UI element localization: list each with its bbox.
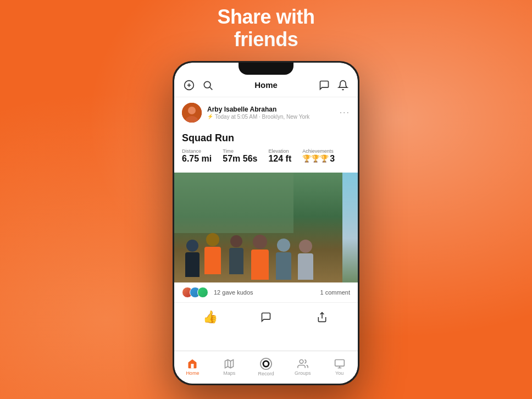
page-wrapper: Share with friends: [0, 0, 532, 399]
notification-button[interactable]: [337, 79, 349, 91]
header-left: [183, 79, 214, 91]
phone-mockup: Home: [173, 61, 359, 385]
body-1: [185, 252, 199, 277]
nav-maps-label: Maps: [223, 370, 235, 376]
user-meta: ⚡ Today at 5:05 AM · Brooklyn, New York: [207, 114, 309, 120]
right-peek: [342, 173, 358, 282]
nav-you-label: You: [335, 370, 343, 376]
comment-button[interactable]: [254, 307, 278, 327]
stat-time: Time 57m 56s: [223, 148, 257, 164]
trophy-icons: 🏆🏆🏆: [302, 154, 329, 163]
head-4: [253, 235, 267, 249]
head-2: [206, 233, 219, 246]
phone-notch: [239, 63, 293, 75]
head-5: [277, 239, 290, 252]
achievements-label: Achievements: [302, 148, 335, 154]
body-4: [251, 250, 269, 280]
chat-button[interactable]: [318, 79, 330, 91]
elevation-value: 124 ft: [268, 154, 291, 164]
activity-content: Squad Run Distance 6.75 mi Time 57m 56s …: [174, 127, 358, 173]
add-button[interactable]: [183, 79, 195, 91]
thumbs-up-icon: 👍: [203, 310, 218, 324]
phone-screen: Home: [174, 63, 358, 384]
headline-line1: Share with: [217, 5, 314, 28]
bottom-nav: Home Maps Record: [174, 351, 358, 384]
time-value: 57m 56s: [223, 154, 257, 164]
stat-distance: Distance 6.75 mi: [182, 148, 212, 164]
svg-line-4: [210, 87, 213, 90]
strava-icon: ⚡: [207, 114, 213, 119]
nav-record[interactable]: Record: [255, 358, 277, 376]
social-row: 12 gave kudos 1 comment: [174, 282, 358, 302]
activity-photo: [174, 173, 358, 282]
comment-icon: [261, 312, 271, 323]
distance-value: 6.75 mi: [182, 154, 212, 164]
head-6: [299, 240, 312, 253]
elevation-label: Elevation: [268, 148, 291, 154]
headline-line2: friends: [234, 28, 298, 51]
kudos-section: 12 gave kudos: [182, 287, 253, 298]
achievements-count: 3: [330, 154, 335, 164]
activity-title: Squad Run: [182, 132, 350, 144]
head-1: [186, 240, 198, 252]
post-user: Arby Isabelle Abrahan ⚡ Today at 5:05 AM…: [182, 103, 309, 123]
photo-background: [174, 173, 358, 282]
header-right: [318, 79, 349, 91]
kudos-avatar-3: [197, 287, 208, 298]
time-label: Time: [223, 148, 257, 154]
maps-icon: [224, 358, 235, 369]
stat-elevation: Elevation 124 ft: [268, 148, 291, 164]
distance-label: Distance: [182, 148, 212, 154]
svg-point-6: [188, 107, 196, 114]
user-info: Arby Isabelle Abrahan ⚡ Today at 5:05 AM…: [207, 106, 309, 120]
share-button[interactable]: [310, 307, 334, 327]
post-header: Arby Isabelle Abrahan ⚡ Today at 5:05 AM…: [174, 97, 358, 127]
body-5: [276, 252, 291, 280]
nav-home-label: Home: [186, 370, 199, 376]
body-3: [229, 248, 243, 274]
svg-rect-16: [335, 360, 344, 367]
achievements-value: 🏆🏆🏆 3: [302, 154, 335, 164]
share-icon: [317, 312, 328, 323]
home-icon: [187, 358, 198, 369]
app-title: Home: [254, 80, 278, 90]
svg-point-15: [300, 360, 303, 364]
nav-you[interactable]: You: [329, 358, 351, 376]
person-5: [276, 239, 291, 280]
feed-card: Arby Isabelle Abrahan ⚡ Today at 5:05 AM…: [174, 97, 358, 351]
user-name: Arby Isabelle Abrahan: [207, 106, 309, 113]
svg-point-14: [264, 362, 268, 366]
comment-count: 1 comment: [320, 289, 350, 296]
record-icon: [260, 358, 272, 370]
you-icon: [334, 358, 345, 369]
user-avatar[interactable]: [182, 103, 202, 123]
body-2: [204, 247, 221, 274]
stats-row: Distance 6.75 mi Time 57m 56s Elevation …: [182, 148, 350, 164]
person-2: [204, 233, 221, 274]
person-4: [251, 235, 269, 280]
nav-record-label: Record: [258, 371, 274, 376]
person-1: [185, 240, 199, 277]
kudos-avatars: [182, 287, 205, 298]
fence-bg: [174, 173, 293, 233]
nav-maps[interactable]: Maps: [218, 358, 240, 376]
head-3: [230, 235, 242, 247]
more-options-button[interactable]: ···: [340, 108, 350, 118]
svg-point-3: [204, 81, 210, 88]
headline: Share with friends: [217, 5, 314, 51]
person-6: [298, 240, 313, 280]
action-buttons: 👍: [174, 302, 358, 334]
nav-groups[interactable]: Groups: [292, 358, 314, 376]
groups-icon: [297, 358, 308, 369]
user-location: Today at 5:05 AM · Brooklyn, New York: [215, 114, 309, 120]
person-3: [229, 235, 243, 274]
stat-achievements: Achievements 🏆🏆🏆 3: [302, 148, 335, 164]
kudos-button[interactable]: 👍: [198, 307, 222, 327]
kudos-text: 12 gave kudos: [214, 289, 253, 296]
nav-home[interactable]: Home: [181, 358, 203, 376]
search-button[interactable]: [202, 79, 214, 91]
body-6: [298, 253, 313, 280]
nav-groups-label: Groups: [295, 370, 311, 376]
avatar-inner: [182, 103, 202, 123]
svg-marker-9: [225, 360, 234, 368]
